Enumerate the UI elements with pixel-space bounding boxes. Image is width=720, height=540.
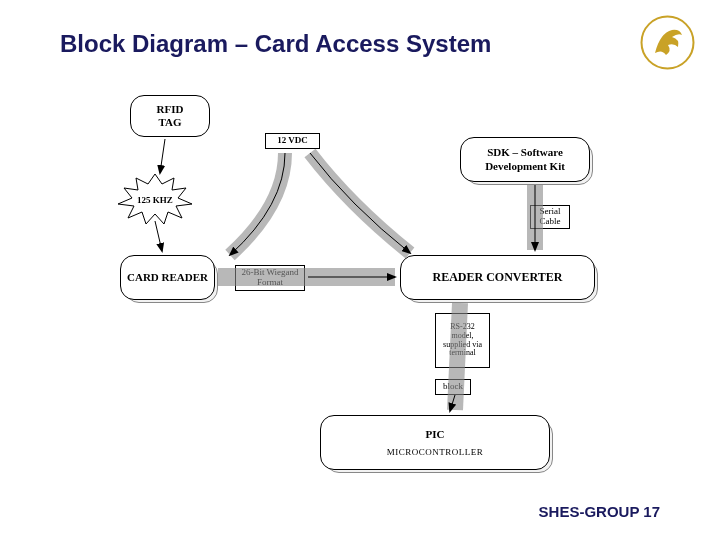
label-125khz: 125 KHZ bbox=[120, 180, 190, 220]
khz-text: 125 KHZ bbox=[137, 195, 173, 205]
pic-label-1: PIC bbox=[426, 428, 445, 441]
pic-label-2: MICROCONTROLLER bbox=[387, 447, 484, 458]
block-diagram: RFID TAG 12 VDC SDK – Software Developme… bbox=[90, 95, 640, 495]
label-12vdc: 12 VDC bbox=[265, 133, 320, 149]
block-card-reader: CARD READER bbox=[120, 255, 215, 300]
sdk-label: SDK – Software Development Kit bbox=[465, 146, 585, 172]
label-serial-cable: Serial Cable bbox=[530, 205, 570, 229]
svg-line-7 bbox=[450, 395, 455, 411]
converter-label: READER CONVERTER bbox=[433, 270, 563, 284]
rfid-label: RFID TAG bbox=[157, 103, 184, 129]
block-pic-microcontroller: PIC MICROCONTROLLER bbox=[320, 415, 550, 470]
block-reader-converter: READER CONVERTER bbox=[400, 255, 595, 300]
block-rfid-tag: RFID TAG bbox=[130, 95, 210, 137]
label-wiegand: 26-Bit Wiegand Format bbox=[235, 265, 305, 291]
svg-line-3 bbox=[160, 139, 165, 173]
block-sdk: SDK – Software Development Kit bbox=[460, 137, 590, 182]
card-reader-label: CARD READER bbox=[127, 271, 208, 284]
footer-text: SHES-GROUP 17 bbox=[539, 503, 660, 520]
slide-title: Block Diagram – Card Access System bbox=[60, 30, 491, 58]
logo-pegasus bbox=[640, 15, 695, 70]
label-block: block bbox=[435, 379, 471, 395]
label-rs232: RS-232 model, supplied via terminal bbox=[435, 313, 490, 368]
